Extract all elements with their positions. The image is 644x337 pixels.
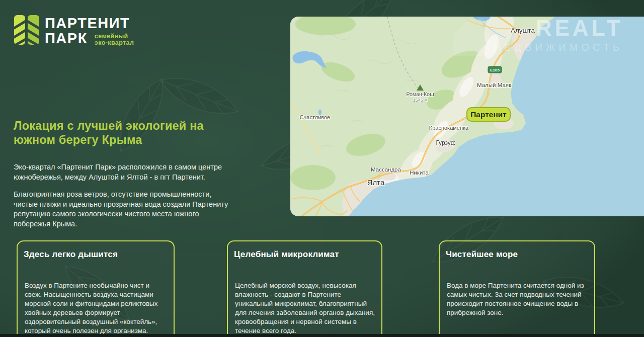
logo-subtitle: семейный эко-квартал bbox=[95, 33, 134, 46]
svg-text:1545 м: 1545 м bbox=[413, 98, 428, 103]
logo-title-line1: ПАРТЕНИТ bbox=[45, 16, 134, 31]
section-heading: Локация с лучшей экологией на южном бере… bbox=[14, 119, 232, 147]
card-easy-breathing: Здесь легко дышится Воздух в Партените н… bbox=[17, 240, 175, 337]
svg-text:Партенит: Партенит bbox=[470, 110, 507, 119]
card-healing-microclimate: Целебный микроклимат Целебный морской во… bbox=[227, 240, 382, 337]
card-text: Вода в море Партенита считается одной из… bbox=[447, 281, 588, 317]
card-text: Целебный морской воздух, невысокая влажн… bbox=[235, 281, 375, 335]
map-label: Алушта bbox=[511, 27, 535, 34]
map-label: Массандра bbox=[371, 166, 401, 173]
partenit-highlight-badge: Партенит bbox=[467, 108, 510, 121]
map-label: Никита bbox=[410, 170, 429, 176]
svg-text:Роман-Кош: Роман-Кош bbox=[406, 91, 434, 97]
section-paragraph-1: Эко-квартал «Партенит Парк» расположился… bbox=[14, 162, 232, 182]
card-title: Целебный микроклимат bbox=[234, 249, 375, 260]
heading-line2: южном берегу Крыма bbox=[14, 133, 232, 147]
road-badge-e105: E105 bbox=[488, 66, 502, 73]
map-label: Счастливое bbox=[300, 114, 330, 120]
map-label: Малый Маяк bbox=[477, 82, 512, 88]
map-label: Ялта bbox=[367, 178, 385, 187]
svg-text:E105: E105 bbox=[490, 68, 500, 72]
card-text: Воздух в Партените необычайно чист и све… bbox=[25, 281, 168, 335]
site-logo: ПАРТЕНИТ ПАРК семейный эко-квартал bbox=[14, 15, 134, 46]
logo-title-line2: ПАРК bbox=[45, 31, 88, 46]
watermark-house-icon bbox=[444, 7, 498, 58]
map-label: Гурзуф bbox=[436, 139, 455, 146]
watermark-nedvizhimost: НЕДВИЖИМОСТЬ bbox=[494, 42, 623, 53]
card-title: Чистейшее море bbox=[446, 249, 588, 260]
card-title: Здесь легко дышится bbox=[24, 249, 168, 260]
page-bottom-divider bbox=[0, 334, 644, 337]
heading-line1: Локация с лучшей экологией на bbox=[14, 119, 232, 133]
location-section-text: Локация с лучшей экологией на южном бере… bbox=[14, 119, 232, 236]
card-cleanest-sea: Чистейшее море Вода в море Партенита счи… bbox=[439, 240, 595, 337]
watermark-realt: REALT bbox=[536, 17, 623, 41]
map-label: Краснокаменка bbox=[429, 125, 469, 131]
logo-subtitle-line2: эко-квартал bbox=[95, 40, 134, 46]
logo-tree-icon bbox=[14, 15, 39, 45]
section-paragraph-2: Благоприятная роза ветров, отсутствие пр… bbox=[14, 190, 232, 229]
